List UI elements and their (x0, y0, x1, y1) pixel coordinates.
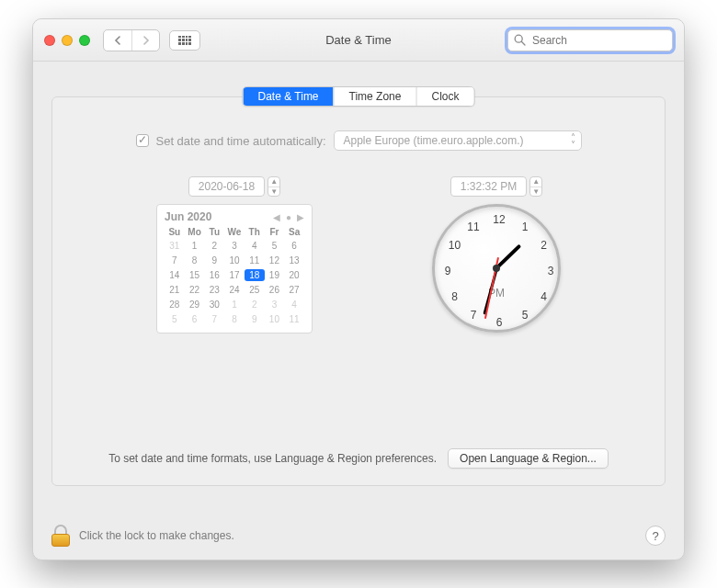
help-button[interactable]: ? (645, 526, 666, 546)
clock-numeral: 10 (449, 239, 461, 252)
calendar-day[interactable]: 18 (245, 269, 265, 281)
clock-numeral: 8 (451, 290, 458, 303)
calendar-day[interactable]: 23 (204, 284, 224, 296)
calendar-day[interactable]: 6 (284, 240, 304, 252)
tab-clock[interactable]: Clock (415, 87, 473, 106)
open-language-region-button[interactable]: Open Language & Region... (448, 448, 609, 469)
chevron-left-icon (114, 36, 121, 45)
calendar-day[interactable]: 4 (245, 240, 265, 252)
calendar-day[interactable]: 19 (265, 269, 285, 281)
search-icon (514, 34, 526, 46)
calendar-today-button[interactable]: ● (286, 212, 291, 222)
time-stepper[interactable]: ▲▼ (529, 176, 542, 197)
calendar-day[interactable]: 7 (165, 254, 185, 266)
calendar-day[interactable]: 26 (265, 284, 285, 296)
calendar-day[interactable]: 9 (245, 313, 265, 325)
date-column: 2020-06-18 ▲▼ Jun 2020 ◀ ● ▶ SuMoTuWeThF… (156, 176, 313, 334)
calendar-day[interactable]: 3 (224, 240, 245, 252)
forward-button[interactable] (131, 30, 159, 51)
titlebar: Date & Time (33, 19, 684, 62)
calendar-day[interactable]: 30 (204, 299, 224, 311)
show-all-button[interactable] (169, 30, 200, 51)
time-column: 1:32:32 PM ▲▼ PM 123456789101112 (432, 176, 561, 334)
calendar-day[interactable]: 15 (185, 269, 205, 281)
clock-numeral: 5 (522, 309, 529, 322)
calendar-day[interactable]: 22 (185, 284, 205, 296)
search-wrap (507, 29, 673, 51)
window-controls (44, 35, 90, 46)
calendar-day[interactable]: 31 (165, 240, 185, 252)
calendar-day[interactable]: 1 (224, 299, 245, 311)
calendar-day[interactable]: 2 (204, 240, 224, 252)
calendar-day[interactable]: 28 (165, 299, 185, 311)
time-field[interactable]: 1:32:32 PM (450, 176, 527, 197)
date-field[interactable]: 2020-06-18 (188, 176, 265, 197)
lock-text: Click the lock to make changes. (79, 529, 234, 542)
calendar-dow: We (224, 227, 245, 237)
calendar-day[interactable]: 10 (224, 254, 245, 266)
calendar-day[interactable]: 24 (224, 284, 245, 296)
search-input[interactable] (507, 29, 673, 51)
calendar-day[interactable]: 10 (265, 313, 285, 325)
time-server-value: Apple Europe (time.euro.apple.com.) (344, 134, 524, 147)
preferences-window: Date & Time Date & Time Time Zone Clock … (32, 18, 685, 560)
calendar-day[interactable]: 5 (165, 313, 185, 325)
calendar-day[interactable]: 1 (185, 240, 205, 252)
zoom-window-button[interactable] (79, 35, 90, 46)
tab-time-zone[interactable]: Time Zone (334, 87, 416, 106)
calendar-dow: Tu (204, 227, 224, 237)
window-title: Date & Time (325, 33, 392, 47)
calendar-day[interactable]: 29 (185, 299, 205, 311)
calendar-day[interactable]: 8 (224, 313, 245, 325)
hint-row: To set date and time formats, use Langua… (52, 448, 665, 469)
calendar-day[interactable]: 12 (265, 254, 285, 266)
auto-time-label: Set date and time automatically: (156, 134, 326, 148)
calendar-day[interactable]: 11 (245, 254, 265, 266)
calendar-day[interactable]: 9 (204, 254, 224, 266)
calendar-day[interactable]: 25 (245, 284, 265, 296)
stepper-down-icon: ▼ (530, 187, 541, 197)
calendar-day[interactable]: 13 (284, 254, 304, 266)
calendar-day[interactable]: 21 (165, 284, 185, 296)
lock-body-icon (51, 534, 70, 547)
calendar-day[interactable]: 3 (265, 299, 285, 311)
auto-time-row: Set date and time automatically: Apple E… (52, 130, 665, 151)
date-stepper[interactable]: ▲▼ (267, 176, 280, 197)
calendar-prev-button[interactable]: ◀ (273, 212, 280, 222)
stepper-up-icon: ▲ (530, 177, 541, 187)
clock-numeral: 12 (493, 213, 505, 226)
nav-back-forward (103, 29, 160, 51)
calendar-title: Jun 2020 (165, 210, 211, 223)
calendar-day[interactable]: 20 (284, 269, 304, 281)
close-window-button[interactable] (44, 35, 55, 46)
calendar-day[interactable]: 11 (284, 313, 304, 325)
clock-numeral: 6 (496, 316, 503, 329)
grid-icon (178, 36, 191, 45)
calendar-day[interactable]: 2 (245, 299, 265, 311)
clock-numeral: 3 (548, 265, 554, 277)
calendar-day[interactable]: 4 (284, 299, 304, 311)
calendar-day[interactable]: 8 (185, 254, 205, 266)
analog-clock: PM 123456789101112 (432, 204, 561, 333)
minimize-window-button[interactable] (62, 35, 73, 46)
tab-date-and-time[interactable]: Date & Time (244, 87, 334, 106)
clock-numeral: 11 (467, 220, 479, 233)
calendar-day[interactable]: 6 (185, 313, 205, 325)
svg-line-1 (521, 41, 525, 45)
back-button[interactable] (104, 30, 131, 51)
time-server-dropdown[interactable]: Apple Europe (time.euro.apple.com.) ˄˅ (334, 130, 582, 151)
calendar-dow: Fr (265, 227, 285, 237)
clock-numeral: 1 (522, 220, 529, 233)
calendar-day[interactable]: 7 (204, 313, 224, 325)
calendar-next-button[interactable]: ▶ (297, 212, 304, 222)
calendar-day[interactable]: 14 (165, 269, 185, 281)
calendar-day[interactable]: 27 (284, 284, 304, 296)
calendar-day[interactable]: 16 (204, 269, 224, 281)
calendar-day[interactable]: 5 (265, 240, 285, 252)
calendar-day[interactable]: 17 (224, 269, 245, 281)
auto-time-checkbox[interactable] (136, 134, 149, 147)
lock-button[interactable] (51, 525, 70, 547)
calendar-dow: Su (165, 227, 185, 237)
tabs: Date & Time Time Zone Clock (243, 86, 475, 107)
content-panel: Date & Time Time Zone Clock Set date and… (51, 96, 666, 486)
